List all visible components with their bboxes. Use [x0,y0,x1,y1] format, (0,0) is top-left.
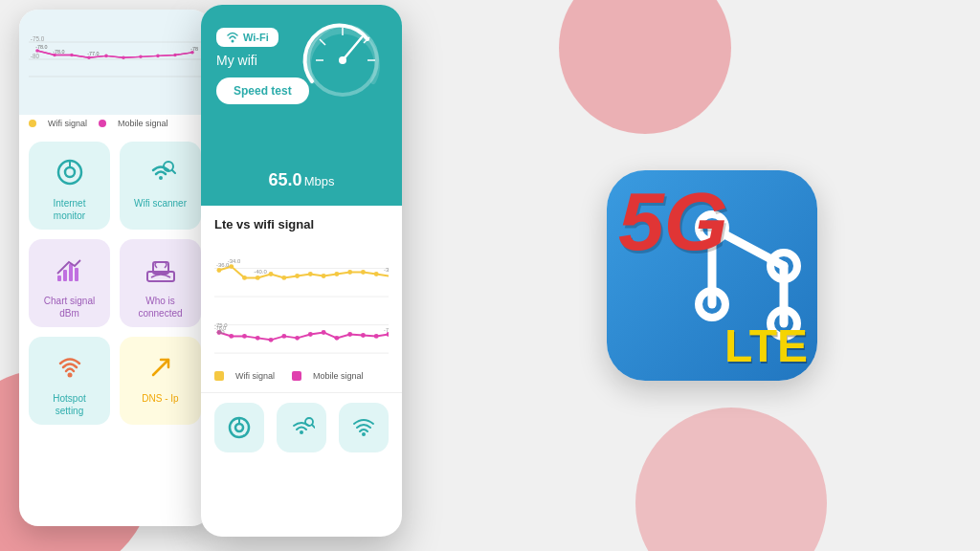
svg-line-38 [343,37,362,60]
svg-text:-78.0: -78.0 [53,49,64,55]
svg-point-39 [339,56,346,64]
hotspot-setting-card[interactable]: Hotspot setting [29,337,110,425]
who-connected-label: Who is connected [129,295,191,320]
svg-point-45 [216,268,221,273]
svg-point-83 [300,430,303,434]
speed-display: 65.0Mbps [269,170,335,190]
wifi-scanner-card[interactable]: Wifi scanner [120,142,201,230]
svg-point-10 [122,55,125,59]
hotspot-setting-icon [53,350,87,385]
mobile-signal-dot [99,120,106,127]
wifi-badge: Wi-Fi [216,28,278,47]
bottom-internet-icon[interactable] [214,403,264,452]
svg-point-47 [242,276,247,280]
phone-mid-header: Wi-Fi My wifi Speed test 65.0Mbps [201,5,402,206]
svg-rect-27 [69,264,73,281]
speedometer [301,18,387,104]
svg-point-55 [347,270,352,275]
svg-point-40 [232,40,234,43]
svg-text:-75.0: -75.0 [31,35,45,42]
phones-container: -75.0 -80 -78.0 -78.0 -77.0 [19,10,402,537]
wifi-signal-label: Wifi signal [48,119,87,128]
svg-point-53 [322,274,326,278]
bottom-wifi-icon[interactable] [339,403,389,452]
svg-point-11 [139,55,143,59]
svg-rect-26 [63,270,67,281]
phone-left-header: -75.0 -80 -78.0 -78.0 -77.0 [19,10,211,115]
chart-signal-icon [53,253,87,287]
svg-point-73 [361,333,366,338]
internet-monitor-card[interactable]: Internet monitor [29,142,110,230]
speed-unit: Mbps [304,174,335,188]
svg-rect-28 [75,268,78,281]
internet-monitor-icon [53,155,87,189]
wifi-scanner-icon [144,155,178,189]
legend-mid: Wifi signal Mobile signal [214,371,389,381]
svg-rect-25 [57,276,61,281]
svg-point-9 [104,55,108,58]
svg-point-74 [374,334,379,339]
svg-text:-80: -80 [31,53,40,59]
svg-text:-78.0: -78.0 [214,325,226,331]
svg-point-56 [361,270,366,275]
svg-point-46 [229,264,234,269]
svg-point-54 [334,272,339,276]
svg-point-86 [362,432,366,436]
svg-point-12 [156,55,160,58]
bg-shape-3 [635,408,827,551]
who-connected-icon [144,253,178,287]
svg-point-20 [65,167,75,177]
svg-point-81 [235,424,243,431]
mobile-dot-mid [292,371,301,381]
wifi-label-mid: Wifi signal [235,371,275,381]
svg-line-85 [312,425,315,428]
svg-text:-34.0: -34.0 [228,258,241,264]
speed-value: 65.0 [269,170,302,189]
wifi-badge-text: Wi-Fi [243,32,269,43]
bottom-scanner-icon[interactable] [277,403,326,452]
svg-point-48 [256,276,260,280]
chart-signal-card[interactable]: Chart signal dBm [29,239,110,327]
svg-point-52 [308,272,313,276]
svg-point-64 [242,334,247,339]
mobile-label-mid: Mobile signal [313,371,364,381]
svg-point-72 [347,332,352,337]
hotspot-setting-label: Hotspot setting [38,392,100,417]
mini-chart: -75.0 -80 -78.0 -78.0 -77.0 [29,21,201,98]
phone-mid-bottom [201,392,402,462]
svg-text:-78.0: -78.0 [35,44,47,50]
svg-point-50 [281,276,286,280]
svg-point-51 [295,274,300,278]
dns-ip-card[interactable]: DNS - Ip [120,337,201,425]
wifi-dot-mid [214,371,224,381]
wifi-signal-dot [29,120,36,127]
svg-point-22 [159,176,163,180]
phone-mid-content: Lte vs wifi signal [201,206,402,392]
legend-left: Wifi signal Mobile signal [19,115,211,132]
dns-ip-icon [144,350,178,385]
svg-point-7 [70,54,74,57]
svg-point-31 [67,373,72,378]
svg-point-63 [229,334,234,339]
svg-text:-75.0: -75.0 [384,327,389,333]
wifi-scanner-label: Wifi scanner [134,197,187,209]
svg-point-68 [295,336,300,341]
svg-text:-78: -78 [190,46,198,52]
phone-mid: Wi-Fi My wifi Speed test 65.0Mbps Lte vs… [201,5,402,537]
svg-point-67 [281,334,286,339]
svg-point-70 [322,330,326,335]
svg-line-24 [172,170,175,173]
app-icon-5g: 5G LTE [607,170,817,381]
chart-signal-label: Chart signal dBm [38,295,100,320]
app-grid: Internet monitor Wifi scanner [19,132,211,434]
dns-ip-label: DNS - Ip [142,392,178,405]
mobile-signal-label: Mobile signal [118,119,168,128]
svg-text:-40.0: -40.0 [254,269,267,275]
svg-point-49 [269,272,274,276]
svg-point-69 [308,332,313,337]
lte-text: LTE [724,323,808,369]
who-connected-card[interactable]: Who is connected [120,239,201,327]
svg-point-71 [334,336,339,341]
speed-test-button[interactable]: Speed test [216,77,309,104]
svg-text:-77.0: -77.0 [87,51,99,56]
